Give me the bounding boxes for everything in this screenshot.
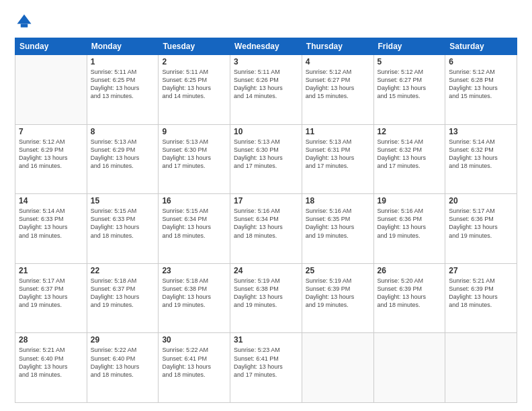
logo-icon [15, 12, 34, 31]
calendar-cell: 13Sunrise: 5:14 AM Sunset: 6:32 PM Dayli… [445, 124, 517, 194]
calendar-cell: 14Sunrise: 5:14 AM Sunset: 6:33 PM Dayli… [15, 194, 87, 264]
calendar-cell: 7Sunrise: 5:12 AM Sunset: 6:29 PM Daylig… [15, 124, 87, 194]
header-monday: Monday [87, 38, 159, 55]
day-number: 17 [234, 196, 298, 205]
calendar-cell: 30Sunrise: 5:22 AM Sunset: 6:41 PM Dayli… [159, 333, 230, 403]
day-detail: Sunrise: 5:12 AM Sunset: 6:28 PM Dayligh… [449, 68, 513, 101]
day-number: 8 [91, 127, 155, 136]
day-detail: Sunrise: 5:18 AM Sunset: 6:37 PM Dayligh… [91, 277, 155, 310]
calendar-cell: 21Sunrise: 5:17 AM Sunset: 6:37 PM Dayli… [15, 263, 87, 333]
day-number: 2 [162, 57, 226, 66]
calendar-cell: 16Sunrise: 5:15 AM Sunset: 6:34 PM Dayli… [159, 194, 230, 264]
header-thursday: Thursday [302, 38, 373, 55]
day-number: 3 [234, 57, 298, 66]
calendar-cell: 10Sunrise: 5:13 AM Sunset: 6:30 PM Dayli… [230, 124, 302, 194]
calendar-cell [373, 333, 445, 403]
day-detail: Sunrise: 5:22 AM Sunset: 6:41 PM Dayligh… [162, 346, 226, 379]
day-number: 21 [19, 266, 83, 275]
day-number: 30 [162, 335, 226, 345]
day-number: 31 [234, 335, 298, 345]
week-row-2: 7Sunrise: 5:12 AM Sunset: 6:29 PM Daylig… [15, 124, 517, 194]
header-sunday: Sunday [15, 38, 87, 55]
calendar-cell: 25Sunrise: 5:19 AM Sunset: 6:39 PM Dayli… [302, 263, 373, 333]
day-number: 9 [162, 127, 226, 136]
day-detail: Sunrise: 5:11 AM Sunset: 6:25 PM Dayligh… [162, 68, 226, 101]
day-detail: Sunrise: 5:16 AM Sunset: 6:36 PM Dayligh… [378, 207, 442, 240]
calendar-cell: 8Sunrise: 5:13 AM Sunset: 6:29 PM Daylig… [87, 124, 159, 194]
day-detail: Sunrise: 5:13 AM Sunset: 6:31 PM Dayligh… [306, 138, 370, 171]
day-detail: Sunrise: 5:17 AM Sunset: 6:36 PM Dayligh… [449, 207, 513, 240]
calendar-cell [15, 55, 87, 125]
day-detail: Sunrise: 5:14 AM Sunset: 6:33 PM Dayligh… [19, 207, 83, 240]
calendar-cell [302, 333, 373, 403]
week-row-3: 14Sunrise: 5:14 AM Sunset: 6:33 PM Dayli… [15, 194, 517, 264]
calendar-cell [445, 333, 517, 403]
day-number: 7 [19, 127, 83, 136]
day-number: 14 [19, 196, 83, 205]
day-number: 18 [306, 196, 370, 205]
logo [15, 12, 36, 31]
day-detail: Sunrise: 5:14 AM Sunset: 6:32 PM Dayligh… [449, 138, 513, 171]
svg-rect-1 [21, 24, 28, 28]
header-wednesday: Wednesday [230, 38, 302, 55]
header-tuesday: Tuesday [159, 38, 230, 55]
day-detail: Sunrise: 5:12 AM Sunset: 6:27 PM Dayligh… [378, 68, 442, 101]
day-detail: Sunrise: 5:13 AM Sunset: 6:29 PM Dayligh… [91, 138, 155, 171]
day-detail: Sunrise: 5:12 AM Sunset: 6:29 PM Dayligh… [19, 138, 83, 171]
calendar-table: Sunday Monday Tuesday Wednesday Thursday… [15, 38, 517, 403]
day-number: 26 [378, 266, 442, 275]
day-number: 1 [91, 57, 155, 66]
calendar-cell: 6Sunrise: 5:12 AM Sunset: 6:28 PM Daylig… [445, 55, 517, 125]
day-detail: Sunrise: 5:13 AM Sunset: 6:30 PM Dayligh… [162, 138, 226, 171]
calendar-body: 1Sunrise: 5:11 AM Sunset: 6:25 PM Daylig… [15, 55, 517, 403]
day-number: 6 [449, 57, 513, 66]
week-row-5: 28Sunrise: 5:21 AM Sunset: 6:40 PM Dayli… [15, 333, 517, 403]
calendar-cell: 22Sunrise: 5:18 AM Sunset: 6:37 PM Dayli… [87, 263, 159, 333]
calendar-cell: 23Sunrise: 5:18 AM Sunset: 6:38 PM Dayli… [159, 263, 230, 333]
day-number: 16 [162, 196, 226, 205]
day-number: 5 [378, 57, 442, 66]
day-detail: Sunrise: 5:13 AM Sunset: 6:30 PM Dayligh… [234, 138, 298, 171]
calendar-cell: 24Sunrise: 5:19 AM Sunset: 6:38 PM Dayli… [230, 263, 302, 333]
day-detail: Sunrise: 5:19 AM Sunset: 6:39 PM Dayligh… [306, 277, 370, 310]
day-detail: Sunrise: 5:21 AM Sunset: 6:39 PM Dayligh… [449, 277, 513, 310]
calendar-cell: 1Sunrise: 5:11 AM Sunset: 6:25 PM Daylig… [87, 55, 159, 125]
day-number: 15 [91, 196, 155, 205]
day-detail: Sunrise: 5:21 AM Sunset: 6:40 PM Dayligh… [19, 346, 83, 379]
svg-marker-0 [17, 15, 32, 24]
day-number: 12 [378, 127, 442, 136]
day-detail: Sunrise: 5:11 AM Sunset: 6:25 PM Dayligh… [91, 68, 155, 101]
calendar-cell: 29Sunrise: 5:22 AM Sunset: 6:40 PM Dayli… [87, 333, 159, 403]
calendar-cell: 11Sunrise: 5:13 AM Sunset: 6:31 PM Dayli… [302, 124, 373, 194]
week-row-1: 1Sunrise: 5:11 AM Sunset: 6:25 PM Daylig… [15, 55, 517, 125]
calendar-cell: 18Sunrise: 5:16 AM Sunset: 6:35 PM Dayli… [302, 194, 373, 264]
day-number: 24 [234, 266, 298, 275]
day-number: 23 [162, 266, 226, 275]
day-number: 4 [306, 57, 370, 66]
day-detail: Sunrise: 5:11 AM Sunset: 6:26 PM Dayligh… [234, 68, 298, 101]
day-detail: Sunrise: 5:22 AM Sunset: 6:40 PM Dayligh… [91, 346, 155, 379]
day-number: 25 [306, 266, 370, 275]
day-number: 11 [306, 127, 370, 136]
calendar-cell: 17Sunrise: 5:16 AM Sunset: 6:34 PM Dayli… [230, 194, 302, 264]
calendar-cell: 5Sunrise: 5:12 AM Sunset: 6:27 PM Daylig… [373, 55, 445, 125]
day-detail: Sunrise: 5:16 AM Sunset: 6:34 PM Dayligh… [234, 207, 298, 240]
calendar-cell: 15Sunrise: 5:15 AM Sunset: 6:33 PM Dayli… [87, 194, 159, 264]
day-number: 29 [91, 335, 155, 345]
day-number: 10 [234, 127, 298, 136]
day-detail: Sunrise: 5:19 AM Sunset: 6:38 PM Dayligh… [234, 277, 298, 310]
calendar-cell: 3Sunrise: 5:11 AM Sunset: 6:26 PM Daylig… [230, 55, 302, 125]
calendar-cell: 2Sunrise: 5:11 AM Sunset: 6:25 PM Daylig… [159, 55, 230, 125]
calendar-cell: 20Sunrise: 5:17 AM Sunset: 6:36 PM Dayli… [445, 194, 517, 264]
day-detail: Sunrise: 5:12 AM Sunset: 6:27 PM Dayligh… [306, 68, 370, 101]
day-number: 20 [449, 196, 513, 205]
day-number: 28 [19, 335, 83, 345]
day-detail: Sunrise: 5:17 AM Sunset: 6:37 PM Dayligh… [19, 277, 83, 310]
calendar-cell: 26Sunrise: 5:20 AM Sunset: 6:39 PM Dayli… [373, 263, 445, 333]
calendar-cell: 28Sunrise: 5:21 AM Sunset: 6:40 PM Dayli… [15, 333, 87, 403]
calendar-cell: 27Sunrise: 5:21 AM Sunset: 6:39 PM Dayli… [445, 263, 517, 333]
day-detail: Sunrise: 5:20 AM Sunset: 6:39 PM Dayligh… [378, 277, 442, 310]
calendar-cell: 31Sunrise: 5:23 AM Sunset: 6:41 PM Dayli… [230, 333, 302, 403]
day-number: 22 [91, 266, 155, 275]
calendar-cell: 9Sunrise: 5:13 AM Sunset: 6:30 PM Daylig… [159, 124, 230, 194]
